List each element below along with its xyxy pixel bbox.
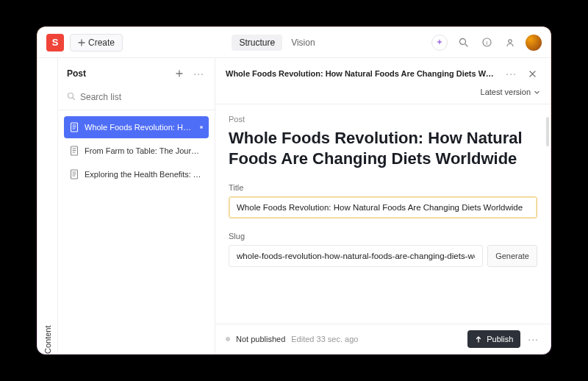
list-pane-more-icon[interactable]: ··· xyxy=(192,68,206,79)
topbar: S Create Structure Vision i xyxy=(37,27,551,58)
list-item-label: From Farm to Table: The Journey … xyxy=(85,146,203,155)
content-heading: Whole Foods Revolution: How Natural Food… xyxy=(229,128,537,168)
edit-indicator-icon xyxy=(200,126,203,129)
slug-input[interactable] xyxy=(229,245,483,267)
document-title: Whole Foods Revolution: How Natural Food… xyxy=(226,69,498,78)
title-input[interactable] xyxy=(229,196,537,218)
search-input[interactable] xyxy=(58,86,215,110)
plus-icon xyxy=(78,39,85,46)
search-icon xyxy=(67,92,76,101)
document-footer: Not published Edited 33 sec. ago Publish… xyxy=(215,324,551,354)
footer-more-icon[interactable]: ··· xyxy=(526,333,540,345)
create-button[interactable]: Create xyxy=(70,34,123,51)
title-label: Title xyxy=(229,183,537,192)
users-icon[interactable] xyxy=(502,35,518,51)
create-label: Create xyxy=(88,38,115,48)
list-item[interactable]: Whole Foods Revolution: How N… xyxy=(64,116,209,138)
scrollbar[interactable] xyxy=(546,117,549,146)
main-header: Whole Foods Revolution: How Natural Food… xyxy=(215,58,551,86)
version-selector[interactable]: Latest version xyxy=(481,88,540,96)
publish-icon xyxy=(475,335,482,343)
publish-status: Not published xyxy=(236,335,285,343)
version-row: Latest version xyxy=(215,86,551,104)
content-type-label: Post xyxy=(229,115,537,124)
view-tabs: Structure Vision xyxy=(232,35,322,51)
publish-button[interactable]: Publish xyxy=(467,330,520,348)
list-search xyxy=(58,86,215,110)
list-item[interactable]: From Farm to Table: The Journey … xyxy=(64,140,209,162)
slug-label: Slug xyxy=(229,232,537,241)
document-icon xyxy=(70,122,79,132)
tab-structure[interactable]: Structure xyxy=(232,35,282,51)
svg-point-4 xyxy=(68,93,74,99)
document-icon xyxy=(70,146,79,156)
list-item[interactable]: Exploring the Health Benefits: A D… xyxy=(64,163,209,185)
svg-point-3 xyxy=(509,39,512,42)
topbar-actions: i xyxy=(431,35,542,51)
left-rail: Content xyxy=(37,58,58,354)
close-button[interactable] xyxy=(524,65,540,82)
add-post-button[interactable] xyxy=(171,65,187,82)
document-more-icon[interactable]: ··· xyxy=(504,68,518,79)
list-item-label: Whole Foods Revolution: How N… xyxy=(85,123,194,132)
app-window: S Create Structure Vision i xyxy=(37,26,551,355)
sparkle-icon[interactable] xyxy=(431,35,448,51)
tab-vision[interactable]: Vision xyxy=(284,35,322,51)
status-indicator-icon xyxy=(226,337,230,341)
body: Content Post ··· xyxy=(37,58,551,354)
document-content: Post Whole Foods Revolution: How Natural… xyxy=(215,104,551,324)
slug-field: Slug Generate xyxy=(229,232,537,267)
search-icon[interactable] xyxy=(455,35,471,51)
app-logo[interactable]: S xyxy=(46,34,64,51)
last-edited: Edited 33 sec. ago xyxy=(291,335,358,343)
list-item-label: Exploring the Health Benefits: A D… xyxy=(85,170,203,179)
rail-label-content[interactable]: Content xyxy=(43,70,52,354)
title-field: Title xyxy=(229,183,537,218)
version-label: Latest version xyxy=(481,88,531,96)
post-list: Whole Foods Revolution: How N… From Farm… xyxy=(58,110,215,191)
svg-point-0 xyxy=(459,39,465,45)
generate-button[interactable]: Generate xyxy=(487,245,537,267)
publish-label: Publish xyxy=(487,335,513,343)
help-icon[interactable]: i xyxy=(478,35,495,51)
list-pane: Post ··· Whole Fo xyxy=(58,58,215,354)
list-pane-title: Post xyxy=(67,68,167,79)
main-pane: Whole Foods Revolution: How Natural Food… xyxy=(215,58,551,354)
list-pane-header: Post ··· xyxy=(58,58,215,86)
document-icon xyxy=(70,169,79,179)
chevron-down-icon xyxy=(534,89,540,96)
svg-text:i: i xyxy=(486,40,487,46)
user-avatar[interactable] xyxy=(526,35,542,51)
